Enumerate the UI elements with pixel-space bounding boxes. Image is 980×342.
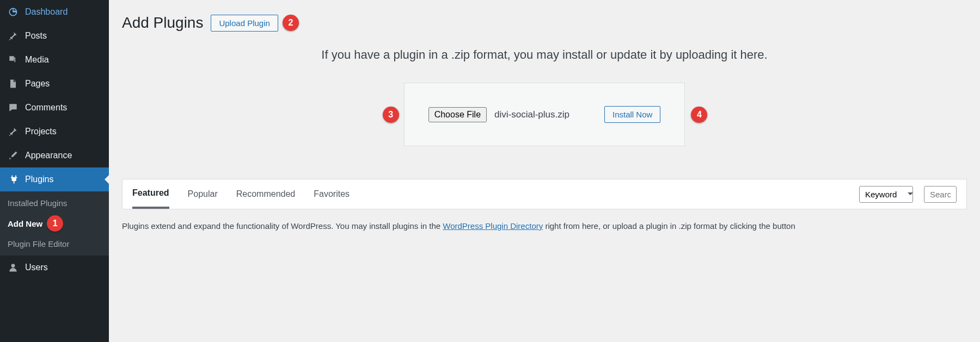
upload-panel: If you have a plugin in a .zip format, y… xyxy=(122,48,967,146)
chosen-file-name: divi-social-plus.zip xyxy=(494,109,569,120)
user-icon xyxy=(7,261,20,274)
plugin-filter-bar: Featured Popular Recommended Favorites K… xyxy=(122,179,967,209)
plugins-submenu: Installed Plugins Add New 1 Plugin File … xyxy=(0,191,109,256)
sidebar-item-pages[interactable]: Pages xyxy=(0,72,109,96)
sidebar-item-label: Projects xyxy=(25,127,57,136)
plugin-directory-link[interactable]: WordPress Plugin Directory xyxy=(443,221,543,231)
plug-icon xyxy=(7,173,20,186)
sidebar-item-label: Plugins xyxy=(25,175,53,184)
comment-icon xyxy=(7,101,20,114)
dashboard-icon xyxy=(7,5,20,18)
submenu-add-new[interactable]: Add New 1 xyxy=(0,212,109,235)
submenu-plugin-file-editor[interactable]: Plugin File Editor xyxy=(0,235,109,252)
sidebar-item-label: Dashboard xyxy=(25,7,68,17)
submenu-installed-plugins[interactable]: Installed Plugins xyxy=(0,195,109,212)
upload-instructions: If you have a plugin in a .zip format, y… xyxy=(122,48,967,62)
sidebar-item-appearance[interactable]: Appearance xyxy=(0,144,109,167)
sidebar-item-label: Appearance xyxy=(25,151,72,160)
sidebar-item-label: Posts xyxy=(25,31,47,41)
page-icon xyxy=(7,77,20,90)
choose-file-button[interactable]: Choose File xyxy=(428,107,487,122)
main-content: Add Plugins Upload Plugin 2 If you have … xyxy=(109,0,980,342)
sidebar-item-dashboard[interactable]: Dashboard xyxy=(0,0,109,24)
install-now-button[interactable]: Install Now xyxy=(604,106,660,123)
plugin-search-input[interactable] xyxy=(924,186,957,203)
annotation-badge-2: 2 xyxy=(283,15,299,31)
pin-icon xyxy=(7,125,20,138)
sidebar-item-projects[interactable]: Projects xyxy=(0,120,109,144)
upload-form: 3 Choose File divi-social-plus.zip Insta… xyxy=(404,83,685,146)
sidebar-item-label: Media xyxy=(25,55,49,65)
sidebar-item-comments[interactable]: Comments xyxy=(0,96,109,120)
annotation-badge-4: 4 xyxy=(691,107,707,123)
plugins-description: Plugins extend and expand the functional… xyxy=(122,221,967,231)
pin-icon xyxy=(7,29,20,42)
annotation-badge-1: 1 xyxy=(47,215,63,232)
tab-featured[interactable]: Featured xyxy=(132,179,169,209)
sidebar-item-plugins[interactable]: Plugins xyxy=(0,167,109,191)
search-type-select[interactable]: Keyword xyxy=(859,186,913,203)
sidebar-item-label: Users xyxy=(25,263,48,272)
sidebar-item-label: Pages xyxy=(25,79,50,89)
upload-plugin-button[interactable]: Upload Plugin xyxy=(211,15,278,32)
tab-recommended[interactable]: Recommended xyxy=(236,181,296,208)
tab-popular[interactable]: Popular xyxy=(188,181,218,208)
sidebar-item-posts[interactable]: Posts xyxy=(0,24,109,48)
sidebar-item-media[interactable]: Media xyxy=(0,48,109,72)
admin-sidebar: Dashboard Posts Media Pages Comments xyxy=(0,0,109,342)
tab-favorites[interactable]: Favorites xyxy=(314,181,350,208)
brush-icon xyxy=(7,149,20,162)
annotation-badge-3: 3 xyxy=(383,107,399,123)
media-icon xyxy=(7,53,20,66)
sidebar-item-label: Comments xyxy=(25,103,67,113)
sidebar-item-users[interactable]: Users xyxy=(0,256,109,279)
page-title: Add Plugins xyxy=(122,14,203,32)
